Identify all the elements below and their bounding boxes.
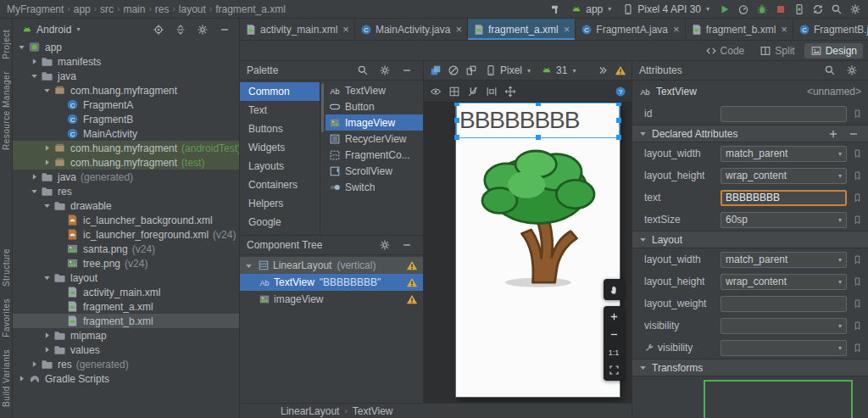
view-mode-split[interactable]: Split xyxy=(754,43,800,59)
palette-category-common[interactable]: Common xyxy=(240,82,320,101)
project-tree-item[interactable]: values xyxy=(13,343,239,357)
zoom-in-button[interactable] xyxy=(605,309,622,324)
zoom-out-button[interactable] xyxy=(605,327,622,342)
close-tab-icon[interactable]: × xyxy=(342,24,349,35)
attribute-field-layout-height[interactable]: wrap_content▾ xyxy=(721,168,847,184)
palette-scrollbar[interactable] xyxy=(321,83,324,132)
palette-category-helpers[interactable]: Helpers xyxy=(240,194,320,213)
project-tree-item[interactable]: java(generated) xyxy=(13,170,239,184)
project-tree-item[interactable]: manifests xyxy=(13,54,239,69)
palette-search-button[interactable] xyxy=(354,63,370,78)
section-header-transforms[interactable]: Transforms xyxy=(632,359,868,376)
design-mode-button[interactable] xyxy=(427,63,443,78)
pick-resource-icon[interactable] xyxy=(852,192,863,203)
attributes-options-button[interactable] xyxy=(843,63,860,78)
project-tree-item[interactable]: CFragmentA xyxy=(13,98,239,112)
breadcrumb-item[interactable]: res xyxy=(153,3,171,15)
project-tree-item[interactable]: drawable xyxy=(13,198,239,213)
selection-handle-se[interactable] xyxy=(616,135,621,140)
section-header-declared-attributes[interactable]: Declared Attributes xyxy=(632,125,868,142)
pan-hand-button[interactable] xyxy=(605,282,622,297)
project-tree-item[interactable]: com.huang.myfragment(test) xyxy=(13,155,239,170)
editor-tab-mainactivity-java[interactable]: CMainActivity.java× xyxy=(355,19,468,40)
close-tab-icon[interactable]: × xyxy=(455,24,462,35)
attribute-field-visibility[interactable]: ▾ xyxy=(721,318,847,334)
component-tree-item-linearlayout[interactable]: LinearLayout(vertical) xyxy=(240,257,423,274)
tool-window-button-structure[interactable]: Structure xyxy=(2,248,11,287)
chevron-down-icon[interactable] xyxy=(29,70,40,81)
pick-resource-icon[interactable] xyxy=(852,343,863,354)
device-screen[interactable]: BBBBBBBB xyxy=(456,103,620,397)
project-tree-item[interactable]: Gradle Scripts xyxy=(13,371,239,386)
chevron-right-icon[interactable] xyxy=(16,373,27,384)
palette-options-button[interactable] xyxy=(376,63,392,78)
profiler-button[interactable] xyxy=(735,2,751,17)
attribute-field-layout-weight[interactable] xyxy=(721,296,847,312)
chevron-right-icon[interactable] xyxy=(42,344,53,355)
pick-resource-icon[interactable] xyxy=(852,254,863,265)
palette-item-fragmentco[interactable]: <>FragmentCo... xyxy=(326,147,423,163)
collapse-all-button[interactable] xyxy=(172,22,188,37)
palette-category-containers[interactable]: Containers xyxy=(240,176,320,194)
settings-button[interactable] xyxy=(847,2,863,17)
chevron-right-icon[interactable] xyxy=(29,359,40,370)
pick-resource-icon[interactable] xyxy=(852,276,863,287)
debug-button[interactable] xyxy=(754,2,770,17)
selection-handle-sw[interactable] xyxy=(454,135,459,140)
project-tree-item[interactable]: fragment_a.xml xyxy=(13,299,239,314)
pick-resource-icon[interactable] xyxy=(852,298,863,309)
view-mode-design[interactable]: Design xyxy=(804,43,863,59)
palette-category-buttons[interactable]: Buttons xyxy=(240,120,320,138)
editor-breadcrumb-textview[interactable]: TextView xyxy=(353,405,393,417)
chevron-right-icon[interactable] xyxy=(42,330,53,341)
zoom-actual-button[interactable]: 1:1 xyxy=(605,345,622,359)
project-tree-item[interactable]: com.huang.myfragment xyxy=(13,83,239,98)
editor-breadcrumb-linearlayout[interactable]: LinearLayout xyxy=(281,405,339,417)
stop-button[interactable] xyxy=(772,2,788,17)
pan-mode-button[interactable] xyxy=(502,84,518,99)
chevron-right-icon[interactable] xyxy=(42,157,53,168)
attribute-field-layout-width[interactable]: match_parent▾ xyxy=(721,252,847,268)
editor-tab-fragmentb-java[interactable]: CFragmentB.java× xyxy=(793,19,868,40)
breadcrumb-item[interactable]: fragment_a.xml xyxy=(214,3,287,15)
breadcrumb-item[interactable]: layout xyxy=(177,3,208,15)
project-tree-item[interactable]: tree.png(v24) xyxy=(13,256,239,270)
chevron-down-icon[interactable] xyxy=(243,260,254,271)
chevron-down-icon[interactable] xyxy=(42,272,53,283)
pick-resource-icon[interactable] xyxy=(852,109,863,120)
tool-window-button-build-variants[interactable]: Build Variants xyxy=(2,349,11,407)
component-tree-item-imageview[interactable]: imageView xyxy=(240,291,423,308)
project-tree-item[interactable]: res xyxy=(13,184,239,198)
attribute-field-textsize[interactable]: 60sp▾ xyxy=(721,212,847,228)
breadcrumb-item[interactable]: src xyxy=(98,3,115,15)
attributes-search-button[interactable] xyxy=(821,63,837,78)
attribute-field-id[interactable] xyxy=(721,106,847,122)
canvas-textview[interactable]: BBBBBBBB xyxy=(456,103,620,138)
palette-category-widgets[interactable]: Widgets xyxy=(240,138,320,157)
component-tree-minimize-button[interactable] xyxy=(398,237,415,253)
project-tree-item[interactable]: activity_main.xml xyxy=(13,285,239,299)
warnings-button[interactable] xyxy=(612,63,628,78)
project-tree-item[interactable]: com.huang.myfragment(androidTest) xyxy=(13,141,239,155)
chevron-down-icon[interactable] xyxy=(29,186,40,197)
selection-handle-w[interactable] xyxy=(454,118,459,123)
selection-handle-n[interactable] xyxy=(536,103,541,106)
view-options-button[interactable] xyxy=(427,84,443,99)
close-tab-icon[interactable]: × xyxy=(673,24,680,35)
run-config-selector[interactable]: app▾ xyxy=(566,1,615,17)
palette-item-switch[interactable]: Switch xyxy=(326,179,423,195)
build-button[interactable] xyxy=(548,2,564,17)
help-button[interactable]: ? xyxy=(612,84,628,99)
zoom-fit-button[interactable] xyxy=(605,363,622,377)
locate-file-button[interactable] xyxy=(150,22,166,37)
breadcrumb-item[interactable]: app xyxy=(72,3,92,15)
blueprint-mode-button[interactable] xyxy=(445,63,461,78)
component-tree-options-button[interactable] xyxy=(376,237,392,253)
chevron-right-icon[interactable] xyxy=(29,171,40,182)
palette-minimize-button[interactable] xyxy=(398,63,415,78)
project-tree-item[interactable]: app xyxy=(13,40,239,54)
attribute-field-visibility[interactable]: ▾ xyxy=(721,340,847,356)
project-tree-item[interactable]: res(generated) xyxy=(13,357,239,371)
project-tree-item[interactable]: fragment_b.xml xyxy=(13,314,239,328)
device-selector[interactable]: Pixel 4 API 30▾ xyxy=(618,1,714,17)
